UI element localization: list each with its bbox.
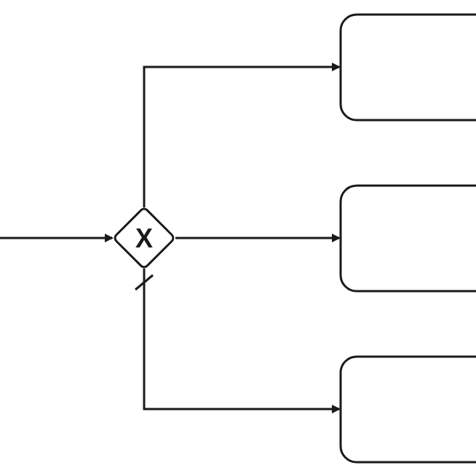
exclusive-gateway: X	[114, 207, 175, 269]
sequence-flow-top	[144, 67, 339, 207]
sequence-flow-bottom-default	[144, 269, 339, 409]
task-box-3	[341, 357, 476, 462]
bpmn-diagram: X	[0, 0, 476, 476]
task-box-2	[341, 186, 476, 291]
gateway-marker: X	[135, 223, 153, 253]
task-box-1	[341, 15, 476, 120]
